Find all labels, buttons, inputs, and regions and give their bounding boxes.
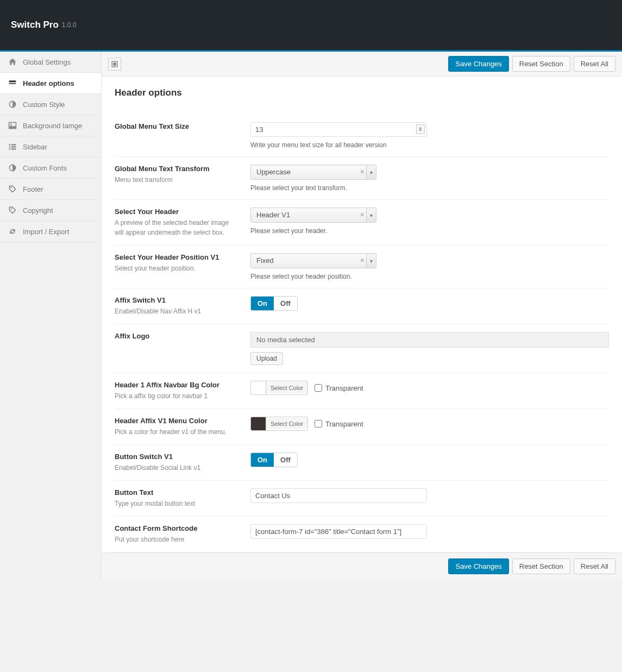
field-hint: Please select your header. — [250, 227, 609, 235]
expand-icon[interactable] — [108, 58, 121, 71]
header-select[interactable]: Header V1 × ▾ — [250, 208, 376, 223]
svg-rect-15 — [113, 62, 116, 66]
sidebar-item-custom-style[interactable]: Custom Style — [0, 94, 101, 115]
field-button-text: Button Text Type your modal button text — [115, 481, 609, 517]
field-desc: Type your modal button text — [115, 499, 240, 508]
svg-rect-7 — [9, 146, 10, 147]
clear-icon[interactable]: × — [360, 210, 365, 219]
toggle-off[interactable]: Off — [274, 453, 297, 467]
field-navbar-bg-color: Header 1 Affix Navbar Bg Color Pick a af… — [115, 373, 609, 409]
sidebar-item-sidebar[interactable]: Sidebar — [0, 136, 101, 158]
svg-rect-10 — [11, 148, 16, 149]
toggle-off[interactable]: Off — [274, 297, 297, 310]
svg-rect-0 — [9, 80, 16, 82]
sidebar-item-background-image[interactable]: Background Iamge — [0, 115, 101, 136]
svg-point-12 — [10, 187, 11, 188]
select-color-button[interactable]: Select Color — [266, 418, 307, 429]
select-value: Header V1 — [250, 208, 376, 223]
field-affix-logo: Affix Logo No media selected Upload — [115, 324, 609, 373]
chevron-down-icon[interactable]: ▾ — [366, 208, 376, 222]
sidebar-item-footer[interactable]: Footer — [0, 179, 101, 200]
field-label: Header Affix V1 Menu Color — [115, 417, 240, 425]
image-icon — [8, 121, 17, 130]
field-label: Button Switch V1 — [115, 453, 240, 461]
clear-icon[interactable]: × — [360, 256, 365, 265]
svg-point-13 — [10, 208, 11, 209]
field-button-switch: Button Switch V1 Enabel/Disable Social L… — [115, 445, 609, 481]
sidebar-item-label: Header options — [23, 79, 74, 87]
field-menu-text-transform: Global Menu Text Transform Menu text tra… — [115, 157, 609, 200]
chevron-down-icon[interactable]: ▾ — [366, 165, 376, 179]
field-menu-text-size: Global Menu Text Size ⇕ Write your menu … — [115, 115, 609, 157]
sidebar-item-global-settings[interactable]: Global Settings — [0, 52, 101, 73]
transparent-checkbox-input[interactable] — [315, 384, 322, 392]
card-icon — [8, 78, 17, 88]
menu-text-size-input[interactable] — [250, 122, 427, 137]
content-panel: Save Changes Reset Section Reset All Hea… — [102, 52, 622, 580]
transparent-checkbox-input[interactable] — [315, 420, 322, 428]
sidebar-item-header-options[interactable]: Header options — [0, 73, 101, 94]
field-header-position: Select Your Header Position V1 Select yo… — [115, 246, 609, 288]
field-label: Button Text — [115, 488, 240, 497]
save-button[interactable]: Save Changes — [448, 56, 508, 72]
text-transform-select[interactable]: Uppercase × ▾ — [250, 165, 376, 180]
svg-rect-4 — [10, 124, 11, 125]
field-label: Affix Logo — [115, 332, 240, 340]
field-label: Global Menu Text Transform — [115, 165, 240, 173]
svg-rect-8 — [11, 146, 16, 147]
reset-all-button[interactable]: Reset All — [574, 56, 615, 72]
sidebar-item-custom-fonts[interactable]: Custom Fonts — [0, 158, 101, 179]
sidebar-item-label: Background Iamge — [23, 122, 82, 130]
sidebar-item-label: Sidebar — [23, 143, 47, 151]
select-color-button[interactable]: Select Color — [266, 382, 307, 393]
upload-button[interactable]: Upload — [250, 352, 283, 365]
reset-section-button[interactable]: Reset Section — [512, 56, 570, 72]
spinner-icon[interactable]: ⇕ — [416, 124, 425, 134]
svg-rect-6 — [11, 144, 16, 145]
toggle-on[interactable]: On — [251, 453, 274, 467]
field-desc: Enabel/Disable Nav Affix H v1 — [115, 306, 240, 316]
save-button[interactable]: Save Changes — [448, 558, 508, 574]
list-icon — [8, 142, 17, 152]
reset-section-button[interactable]: Reset Section — [512, 558, 570, 574]
transparent-label: Transparent — [325, 420, 363, 428]
field-hint: Please select your text transform. — [250, 184, 609, 192]
color-swatch — [251, 381, 266, 394]
app-header: Switch Pro 1.0.0 — [0, 0, 622, 52]
header-position-select[interactable]: Fixed × ▾ — [250, 253, 376, 268]
transparent-checkbox[interactable]: Transparent — [315, 420, 363, 428]
menu-color-picker[interactable]: Select Color — [250, 417, 308, 431]
field-desc: Select your header position. — [115, 263, 240, 273]
affix-switch-toggle[interactable]: On Off — [250, 296, 298, 311]
field-desc: Pick a color for header v1 of the menu. — [115, 427, 240, 437]
field-hint: Write your menu text size for all header… — [250, 141, 609, 149]
sidebar-item-import-export[interactable]: Import / Export — [0, 221, 101, 242]
svg-rect-5 — [9, 144, 10, 145]
media-status: No media selected — [250, 332, 609, 348]
toolbar-top: Save Changes Reset Section Reset All — [102, 52, 622, 77]
toggle-on[interactable]: On — [251, 297, 274, 310]
button-switch-toggle[interactable]: On Off — [250, 453, 298, 467]
field-menu-color: Header Affix V1 Menu Color Pick a color … — [115, 409, 609, 445]
svg-rect-1 — [9, 83, 16, 84]
clear-icon[interactable]: × — [360, 167, 365, 176]
sidebar-item-copyright[interactable]: Copyright — [0, 200, 101, 221]
button-text-input[interactable] — [250, 488, 427, 503]
field-desc: Pick a affix bg color for navbar 1 — [115, 391, 240, 401]
color-swatch — [251, 417, 266, 430]
page-title: Header options — [115, 87, 609, 98]
sidebar-item-label: Custom Style — [23, 101, 65, 109]
reset-all-button[interactable]: Reset All — [574, 558, 615, 574]
chevron-down-icon[interactable]: ▾ — [366, 254, 376, 268]
sidebar-item-label: Copyright — [23, 206, 53, 215]
sidebar-item-label: Footer — [23, 185, 43, 193]
field-label: Select Your Header Position V1 — [115, 253, 240, 261]
home-icon — [8, 57, 17, 67]
shortcode-input[interactable] — [250, 524, 427, 539]
tag-icon — [8, 184, 17, 194]
field-label: Header 1 Affix Navbar Bg Color — [115, 381, 240, 389]
field-contact-form-shortcode: Contact Form Shortcode Put your shortcod… — [115, 517, 609, 552]
navbar-bg-color-picker[interactable]: Select Color — [250, 381, 308, 395]
field-label: Global Menu Text Size — [115, 122, 240, 130]
transparent-checkbox[interactable]: Transparent — [315, 384, 363, 392]
